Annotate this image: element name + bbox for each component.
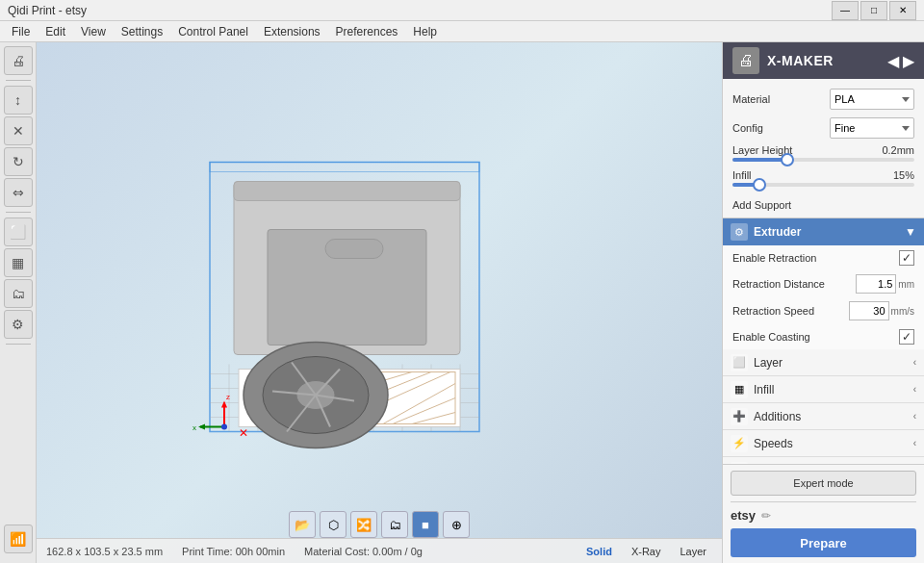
add-support-label: Add Support	[732, 199, 914, 211]
scale-button[interactable]: ✕	[4, 116, 33, 145]
bottom-btn-shape[interactable]: ⬡	[320, 511, 346, 538]
settings-area: Material PLA ABS PETG Config Fine Normal	[723, 79, 924, 464]
prepare-button[interactable]: Prepare	[731, 528, 916, 557]
viewport[interactable]: x z ✕ 📂 ⬡ 🔀 🗂 ■ ⊕ 162.8 x 103.5 x 23.5 m…	[37, 42, 722, 563]
expert-mode-button[interactable]: Expert mode	[731, 471, 916, 496]
extruder-label: Extruder	[754, 225, 899, 239]
additions-collapse-icon: ‹	[913, 411, 916, 422]
menu-settings[interactable]: Settings	[114, 23, 170, 40]
additions-icon: ➕	[731, 408, 748, 425]
svg-text:x: x	[192, 422, 196, 431]
right-panel: 🖨 X-MAKER ◀ ▶ Material PLA ABS PETG	[722, 42, 924, 563]
config-dropdown[interactable]: Fine Normal Fast	[830, 117, 914, 139]
layer-height-value: 0.2mm	[882, 144, 914, 156]
material-label: Material	[732, 93, 830, 105]
bottom-btn-solid[interactable]: ■	[412, 511, 439, 538]
infill-collapse-icon: ‹	[913, 384, 916, 395]
panel-footer: Expert mode etsy ✏ Prepare	[723, 464, 924, 563]
speeds-icon: ⚡	[731, 435, 748, 452]
main-layout: 🖨 ↕ ✕ ↻ ⇔ ⬜ ▦ 🗂 ⚙ 📶	[0, 42, 924, 563]
wifi-area: 📶	[4, 525, 33, 559]
bottom-toolbar: 📂 ⬡ 🔀 🗂 ■ ⊕	[289, 511, 470, 538]
view-controls: Solid X-Ray Layer	[580, 545, 712, 558]
model-container: x z ✕	[181, 133, 508, 473]
toolbar-separator-3	[6, 344, 31, 345]
infill-label: Infill	[732, 169, 752, 181]
extruder-section-header[interactable]: ⚙ Extruder ▼	[723, 218, 924, 245]
svg-marker-42	[221, 400, 227, 407]
bottom-btn-plus[interactable]: ⊕	[443, 511, 470, 538]
mirror-button[interactable]: ⇔	[4, 178, 33, 207]
dimensions-label: 162.8 x 103.5 x 23.5 mm	[46, 546, 163, 557]
rotate-button[interactable]: ↻	[4, 147, 33, 176]
bottom-btn-layers[interactable]: 🗂	[381, 511, 408, 538]
speeds-collapse-icon: ‹	[913, 438, 916, 448]
print-button[interactable]: 🖨	[4, 46, 33, 75]
layout-button[interactable]: ▦	[4, 248, 33, 277]
view-solid-btn[interactable]: Solid	[580, 545, 618, 558]
menu-control-panel[interactable]: Control Panel	[170, 23, 256, 40]
group-button[interactable]: 🗂	[4, 279, 33, 308]
move-button[interactable]: ↕	[4, 86, 33, 115]
etsy-label: etsy	[731, 508, 756, 523]
panel-nav-prev-icon[interactable]: ◀	[887, 52, 899, 70]
enable-retraction-checkbox[interactable]: ✓	[899, 250, 914, 266]
status-bar: 162.8 x 103.5 x 23.5 mm Print Time: 00h …	[37, 538, 722, 563]
bottom-btn-arrange[interactable]: 🔀	[350, 511, 377, 538]
infill-section[interactable]: ▦ Infill ‹	[723, 376, 924, 403]
menubar: File Edit View Settings Control Panel Ex…	[0, 21, 924, 42]
additions-label: Additions	[754, 410, 908, 423]
temperature-section[interactable]: 🌡 Temperature ‹	[723, 457, 924, 464]
svg-rect-1	[210, 162, 479, 171]
titlebar: Qidi Print - etsy — □ ✕	[0, 0, 924, 21]
menu-preferences[interactable]: Preferences	[328, 23, 406, 40]
infill-thumb[interactable]	[753, 178, 766, 192]
print-time-label: Print Time: 00h 00min	[182, 546, 285, 557]
layer-height-thumb[interactable]	[781, 153, 794, 166]
config-row: Config Fine Normal Fast	[723, 114, 924, 142]
view-layer-btn[interactable]: Layer	[674, 545, 712, 558]
layer-height-fill	[732, 158, 787, 162]
view-xray-btn[interactable]: X-Ray	[626, 545, 667, 558]
menu-view[interactable]: View	[73, 23, 114, 40]
layer-label: Layer	[754, 356, 908, 370]
retraction-speed-input-group: mm/s	[849, 301, 914, 320]
toolbar-separator-2	[6, 212, 31, 213]
svg-rect-18	[325, 239, 383, 258]
minimize-button[interactable]: —	[832, 1, 859, 20]
etsy-row: etsy ✏	[731, 508, 916, 523]
menu-file[interactable]: File	[4, 23, 38, 40]
maximize-button[interactable]: □	[860, 1, 887, 20]
speeds-section[interactable]: ⚡ Speeds ‹	[723, 430, 924, 457]
additions-section[interactable]: ➕ Additions ‹	[723, 403, 924, 430]
enable-coasting-checkbox[interactable]: ✓	[899, 329, 914, 345]
footer-divider	[731, 501, 916, 502]
enable-retraction-label: Enable Retraction	[732, 252, 899, 264]
layer-icon: ⬜	[731, 354, 748, 371]
layer-section[interactable]: ⬜ Layer ‹	[723, 349, 924, 376]
layer-height-track[interactable]	[732, 158, 914, 162]
retraction-speed-input[interactable]	[849, 301, 889, 320]
edit-icon[interactable]: ✏	[761, 509, 771, 523]
material-cost-label: Material Cost: 0.00m / 0g	[304, 546, 423, 557]
support-button[interactable]: ⚙	[4, 310, 33, 339]
retraction-distance-input[interactable]	[856, 274, 896, 294]
left-toolbar: 🖨 ↕ ✕ ↻ ⇔ ⬜ ▦ 🗂 ⚙ 📶	[0, 42, 37, 563]
close-button[interactable]: ✕	[889, 1, 916, 20]
menu-help[interactable]: Help	[405, 23, 445, 40]
material-dropdown[interactable]: PLA ABS PETG	[830, 89, 914, 110]
panel-nav-next-icon[interactable]: ▶	[903, 52, 914, 70]
retraction-distance-unit: mm	[898, 279, 914, 290]
menu-edit[interactable]: Edit	[38, 23, 73, 40]
infill-track[interactable]	[732, 183, 914, 187]
bottom-btn-open[interactable]: 📂	[289, 511, 316, 538]
menu-extensions[interactable]: Extensions	[256, 23, 328, 40]
titlebar-controls: — □ ✕	[832, 1, 916, 20]
infill-section-label: Infill	[754, 383, 908, 397]
infill-container: Infill 15%	[723, 167, 924, 192]
retraction-distance-row: Retraction Distance mm	[723, 270, 924, 297]
retraction-speed-row: Retraction Speed mm/s	[723, 297, 924, 324]
view-button[interactable]: ⬜	[4, 218, 33, 246]
svg-text:z: z	[226, 392, 230, 400]
wifi-button[interactable]: 📶	[4, 525, 33, 553]
